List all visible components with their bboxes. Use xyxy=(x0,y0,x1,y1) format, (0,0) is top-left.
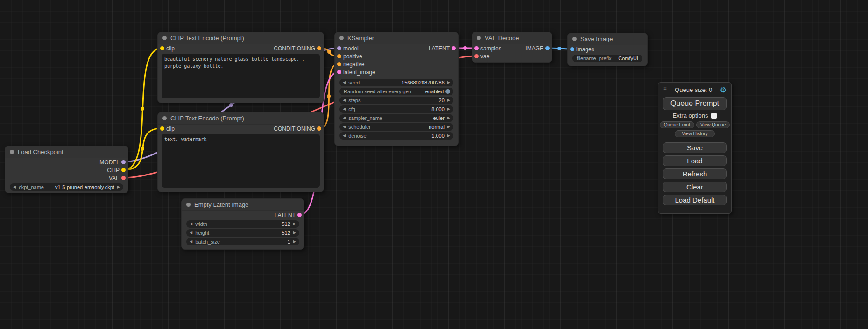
queue-prompt-button[interactable]: Queue Prompt xyxy=(663,97,727,110)
load-default-button[interactable]: Load Default xyxy=(663,195,727,205)
node-ksampler[interactable]: KSampler model LATENT positive negative … xyxy=(334,32,459,146)
clear-button[interactable]: Clear xyxy=(663,182,727,192)
input-port-negative[interactable] xyxy=(337,62,341,66)
output-port-vae[interactable] xyxy=(121,176,126,180)
decrement-arrow-icon[interactable]: ◀ xyxy=(343,116,346,120)
refresh-button[interactable]: Refresh xyxy=(663,168,727,179)
widget-value: 512 xyxy=(282,221,290,227)
toggle-dot-icon[interactable] xyxy=(445,89,450,94)
increment-arrow-icon[interactable]: ▶ xyxy=(447,81,450,84)
output-port-image[interactable] xyxy=(545,46,550,50)
output-port-conditioning[interactable] xyxy=(317,46,321,50)
input-port-vae[interactable] xyxy=(474,54,479,58)
random-seed-toggle-widget[interactable]: Random seed after every gen enabled xyxy=(339,88,453,95)
input-port-clip[interactable] xyxy=(160,126,164,131)
input-label-model: model xyxy=(343,45,359,52)
drag-handle-icon[interactable]: ⠿ xyxy=(663,87,667,93)
node-title-bar[interactable]: KSampler xyxy=(335,32,458,44)
collapse-dot-icon[interactable] xyxy=(10,150,14,154)
load-button[interactable]: Load xyxy=(663,155,727,166)
increment-arrow-icon[interactable]: ▶ xyxy=(293,240,296,244)
node-title-bar[interactable]: Load Checkpoint xyxy=(5,146,128,158)
settings-gear-icon[interactable]: ⚙ xyxy=(720,85,727,94)
node-title: CLIP Text Encode (Prompt) xyxy=(170,115,244,122)
increment-arrow-icon[interactable]: ▶ xyxy=(293,222,296,226)
node-clip-text-encode-positive[interactable]: CLIP Text Encode (Prompt) clip CONDITION… xyxy=(157,32,324,103)
queue-menu-panel[interactable]: ⠿ Queue size: 0 ⚙ Queue Prompt Extra opt… xyxy=(658,82,732,214)
cfg-widget[interactable]: ◀ cfg 8.000 ▶ xyxy=(339,105,453,113)
increment-arrow-icon[interactable]: ▶ xyxy=(117,185,120,189)
increment-arrow-icon[interactable]: ▶ xyxy=(447,134,450,138)
view-queue-button[interactable]: View Queue xyxy=(696,121,730,128)
node-title-bar[interactable]: Empty Latent Image xyxy=(182,199,304,211)
decrement-arrow-icon[interactable]: ◀ xyxy=(343,98,346,102)
widget-value: euler xyxy=(433,115,444,121)
view-history-button[interactable]: View History xyxy=(675,130,714,137)
collapse-dot-icon[interactable] xyxy=(339,36,344,40)
widget-value: 156680208700286 xyxy=(402,80,445,85)
decrement-arrow-icon[interactable]: ◀ xyxy=(190,240,192,244)
increment-arrow-icon[interactable]: ▶ xyxy=(293,231,296,235)
output-port-latent[interactable] xyxy=(297,213,302,217)
link-midpoint-dot xyxy=(229,103,233,107)
height-widget[interactable]: ◀ height 512 ▶ xyxy=(186,229,299,237)
node-title-bar[interactable]: VAE Decode xyxy=(472,32,552,44)
decrement-arrow-icon[interactable]: ◀ xyxy=(343,125,346,129)
node-empty-latent-image[interactable]: Empty Latent Image LATENT ◀ width 512 ▶ … xyxy=(181,198,304,250)
batch-size-widget[interactable]: ◀ batch_size 1 ▶ xyxy=(186,238,299,245)
scheduler-widget[interactable]: ◀ scheduler normal ▶ xyxy=(339,123,453,131)
extra-options-checkbox[interactable] xyxy=(711,113,717,119)
input-port-model[interactable] xyxy=(337,46,341,50)
queue-front-button[interactable]: Queue Front xyxy=(660,121,694,128)
output-label-vae: VAE xyxy=(109,175,120,182)
input-port-positive[interactable] xyxy=(337,54,341,58)
increment-arrow-icon[interactable]: ▶ xyxy=(447,116,450,120)
widget-value: 20 xyxy=(439,98,445,103)
input-port-images[interactable] xyxy=(570,47,574,51)
increment-arrow-icon[interactable]: ▶ xyxy=(447,125,450,129)
output-port-conditioning[interactable] xyxy=(317,126,321,131)
collapse-dot-icon[interactable] xyxy=(162,36,167,40)
output-port-clip[interactable] xyxy=(121,168,126,172)
decrement-arrow-icon[interactable]: ◀ xyxy=(343,134,346,138)
output-label-clip: CLIP xyxy=(107,167,120,174)
collapse-dot-icon[interactable] xyxy=(186,203,191,207)
node-title-bar[interactable]: Save Image xyxy=(568,33,647,45)
widget-value: v1-5-pruned-emaonly.ckpt xyxy=(55,184,114,190)
link-midpoint-dot xyxy=(327,50,331,54)
output-port-model[interactable] xyxy=(121,160,126,164)
width-widget[interactable]: ◀ width 512 ▶ xyxy=(186,220,299,228)
node-clip-text-encode-negative[interactable]: CLIP Text Encode (Prompt) clip CONDITION… xyxy=(157,112,324,192)
input-label-samples: samples xyxy=(480,45,501,52)
node-load-checkpoint[interactable]: Load Checkpoint MODEL CLIP VAE ◀ ckpt_na… xyxy=(5,146,128,193)
denoise-widget[interactable]: ◀ denoise 1.000 ▶ xyxy=(339,132,453,140)
increment-arrow-icon[interactable]: ▶ xyxy=(447,107,450,111)
decrement-arrow-icon[interactable]: ◀ xyxy=(343,81,346,84)
negative-prompt-textarea[interactable]: text, watermark xyxy=(162,134,320,188)
steps-widget[interactable]: ◀ steps 20 ▶ xyxy=(339,97,453,104)
decrement-arrow-icon[interactable]: ◀ xyxy=(343,107,346,111)
decrement-arrow-icon[interactable]: ◀ xyxy=(13,185,16,189)
output-port-latent[interactable] xyxy=(452,46,456,50)
input-port-latent-image[interactable] xyxy=(337,70,341,74)
link-midpoint-dot xyxy=(463,46,467,50)
collapse-dot-icon[interactable] xyxy=(572,37,577,41)
node-title-bar[interactable]: CLIP Text Encode (Prompt) xyxy=(158,112,324,125)
node-save-image[interactable]: Save Image images filename_prefix ComfyU… xyxy=(567,33,648,66)
positive-prompt-textarea[interactable]: beautiful scenery nature glass bottle la… xyxy=(162,54,320,98)
sampler-name-widget[interactable]: ◀ sampler_name euler ▶ xyxy=(339,114,453,122)
output-label-image: IMAGE xyxy=(525,45,543,52)
seed-widget[interactable]: ◀ seed 156680208700286 ▶ xyxy=(339,79,453,86)
decrement-arrow-icon[interactable]: ◀ xyxy=(190,222,192,226)
ckpt-name-widget[interactable]: ◀ ckpt_name v1-5-pruned-emaonly.ckpt ▶ xyxy=(10,183,123,191)
node-vae-decode[interactable]: VAE Decode samples IMAGE vae xyxy=(472,32,552,63)
filename-prefix-widget[interactable]: filename_prefix ComfyUI xyxy=(572,55,642,62)
input-port-samples[interactable] xyxy=(474,46,479,50)
collapse-dot-icon[interactable] xyxy=(477,36,481,40)
input-port-clip[interactable] xyxy=(160,46,164,50)
save-button[interactable]: Save xyxy=(663,142,727,153)
node-title-bar[interactable]: CLIP Text Encode (Prompt) xyxy=(158,32,324,44)
increment-arrow-icon[interactable]: ▶ xyxy=(447,98,450,102)
decrement-arrow-icon[interactable]: ◀ xyxy=(190,231,192,235)
collapse-dot-icon[interactable] xyxy=(162,116,167,120)
